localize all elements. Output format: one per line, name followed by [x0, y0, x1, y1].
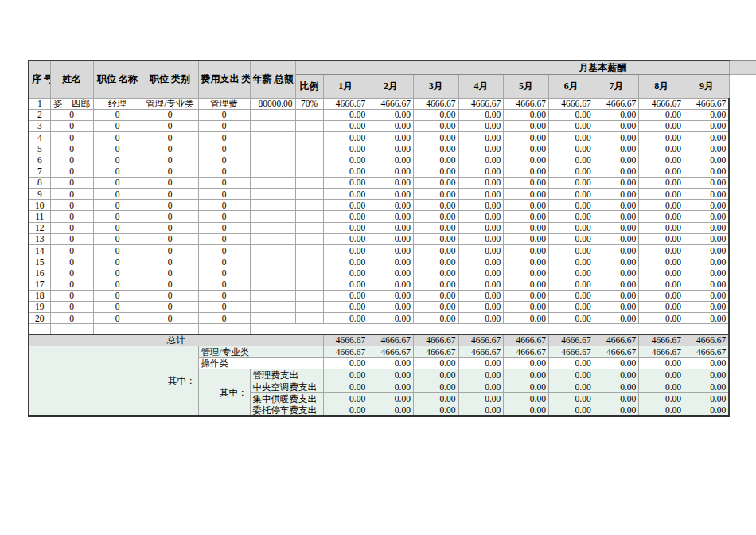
month-value-cell[interactable]: 0.00: [368, 256, 414, 268]
summary-month-value-cell[interactable]: 0.00: [413, 381, 458, 393]
job-category-cell[interactable]: 0: [142, 244, 198, 256]
ratio-cell[interactable]: [295, 313, 323, 324]
month-value-cell[interactable]: 0.00: [504, 290, 549, 301]
header-month-band[interactable]: 月基本薪酬: [295, 61, 729, 74]
summary-month-value-cell[interactable]: 0.00: [594, 357, 639, 369]
expense-category-cell[interactable]: 0: [198, 211, 250, 222]
summary-month-value-cell[interactable]: 0.00: [684, 404, 730, 416]
month-value-cell[interactable]: 0.00: [594, 279, 639, 290]
month-value-cell[interactable]: 0.00: [458, 132, 504, 143]
annual-salary-cell[interactable]: [250, 233, 295, 244]
summary-month-value-cell[interactable]: 0.00: [323, 392, 368, 404]
month-value-cell[interactable]: 0.00: [504, 132, 549, 143]
month-value-cell[interactable]: 0.00: [548, 189, 594, 200]
summary-month-value-cell[interactable]: 0.00: [504, 381, 549, 393]
expense-category-cell[interactable]: 0: [198, 143, 250, 154]
ratio-cell[interactable]: [295, 268, 323, 279]
month-value-cell[interactable]: 0.00: [684, 189, 730, 200]
ratio-cell[interactable]: [295, 233, 323, 244]
summary-month-value-cell[interactable]: 0.00: [594, 392, 639, 404]
month-value-cell[interactable]: 0.00: [504, 166, 549, 177]
month-value-cell[interactable]: 0.00: [368, 143, 414, 154]
name-cell[interactable]: 0: [50, 154, 93, 166]
month-value-cell[interactable]: 0.00: [594, 143, 639, 154]
name-cell[interactable]: 0: [50, 132, 93, 143]
empty-cell[interactable]: [50, 324, 93, 334]
month-value-cell[interactable]: 0.00: [458, 154, 504, 166]
summary-month-value-cell[interactable]: 4666.67: [413, 346, 458, 357]
row-number-cell[interactable]: 8: [29, 177, 50, 188]
expense-category-cell[interactable]: 0: [198, 313, 250, 324]
row-number-cell[interactable]: 3: [29, 120, 50, 131]
month-value-cell[interactable]: 0.00: [323, 301, 368, 312]
month-value-cell[interactable]: 0.00: [504, 177, 549, 188]
job-title-cell[interactable]: 0: [93, 222, 142, 233]
name-cell[interactable]: 0: [50, 301, 93, 312]
month-value-cell[interactable]: 0.00: [413, 177, 458, 188]
ratio-cell[interactable]: [295, 211, 323, 222]
job-category-cell[interactable]: 0: [142, 256, 198, 268]
month-value-cell[interactable]: 0.00: [639, 154, 684, 166]
total-month-value-cell[interactable]: 4666.67: [684, 334, 730, 346]
month-value-cell[interactable]: 0.00: [413, 143, 458, 154]
month-value-cell[interactable]: 0.00: [413, 154, 458, 166]
sub-breakdown-label[interactable]: 其中：: [198, 369, 250, 416]
ratio-cell[interactable]: [295, 222, 323, 233]
month-value-cell[interactable]: 0.00: [639, 222, 684, 233]
month-value-cell[interactable]: 0.00: [639, 279, 684, 290]
month-value-cell[interactable]: 0.00: [368, 120, 414, 131]
expense-category-cell[interactable]: 0: [198, 177, 250, 188]
header-annual-salary[interactable]: 年薪 总额: [250, 61, 295, 98]
month-value-cell[interactable]: 0.00: [639, 189, 684, 200]
month-value-cell[interactable]: 0.00: [458, 200, 504, 211]
row-number-cell[interactable]: 9: [29, 189, 50, 200]
month-value-cell[interactable]: 0.00: [413, 313, 458, 324]
summary-month-value-cell[interactable]: 4666.67: [594, 346, 639, 357]
month-value-cell[interactable]: 0.00: [413, 189, 458, 200]
header-month[interactable]: 4月: [458, 74, 504, 98]
summary-month-value-cell[interactable]: 0.00: [684, 392, 730, 404]
expense-item-label[interactable]: 中央空调费支出: [250, 381, 323, 393]
summary-month-value-cell[interactable]: 0.00: [594, 404, 639, 416]
month-value-cell[interactable]: 4666.67: [504, 98, 549, 109]
job-title-cell[interactable]: 0: [93, 189, 142, 200]
summary-month-value-cell[interactable]: 0.00: [504, 392, 549, 404]
annual-salary-cell[interactable]: [250, 143, 295, 154]
month-value-cell[interactable]: 4666.67: [458, 98, 504, 109]
summary-month-value-cell[interactable]: 4666.67: [639, 346, 684, 357]
annual-salary-cell[interactable]: [250, 120, 295, 131]
header-month[interactable]: 2月: [368, 74, 414, 98]
month-value-cell[interactable]: 0.00: [458, 256, 504, 268]
month-value-cell[interactable]: 0.00: [548, 200, 594, 211]
total-month-value-cell[interactable]: 4666.67: [323, 334, 368, 346]
summary-month-value-cell[interactable]: 0.00: [594, 369, 639, 381]
summary-month-value-cell[interactable]: 0.00: [458, 392, 504, 404]
row-number-cell[interactable]: 6: [29, 154, 50, 166]
job-title-cell[interactable]: 0: [93, 132, 142, 143]
header-month[interactable]: 8月: [639, 74, 684, 98]
month-value-cell[interactable]: 0.00: [323, 132, 368, 143]
month-value-cell[interactable]: 0.00: [323, 211, 368, 222]
row-number-cell[interactable]: 2: [29, 109, 50, 120]
month-value-cell[interactable]: 0.00: [684, 177, 730, 188]
row-number-cell[interactable]: 4: [29, 132, 50, 143]
name-cell[interactable]: 0: [50, 143, 93, 154]
month-value-cell[interactable]: 0.00: [368, 211, 414, 222]
month-value-cell[interactable]: 0.00: [458, 177, 504, 188]
month-value-cell[interactable]: 0.00: [413, 120, 458, 131]
job-title-cell[interactable]: 0: [93, 290, 142, 301]
month-value-cell[interactable]: 0.00: [548, 279, 594, 290]
month-value-cell[interactable]: 0.00: [684, 166, 730, 177]
job-category-cell[interactable]: 0: [142, 279, 198, 290]
total-month-value-cell[interactable]: 4666.67: [413, 334, 458, 346]
month-value-cell[interactable]: 0.00: [504, 256, 549, 268]
month-value-cell[interactable]: 0.00: [548, 313, 594, 324]
ratio-cell[interactable]: [295, 200, 323, 211]
name-cell[interactable]: 0: [50, 290, 93, 301]
month-value-cell[interactable]: 0.00: [413, 244, 458, 256]
row-number-cell[interactable]: 7: [29, 166, 50, 177]
annual-salary-cell[interactable]: [250, 268, 295, 279]
month-value-cell[interactable]: 0.00: [639, 109, 684, 120]
job-category-cell[interactable]: 0: [142, 120, 198, 131]
month-value-cell[interactable]: 0.00: [323, 233, 368, 244]
